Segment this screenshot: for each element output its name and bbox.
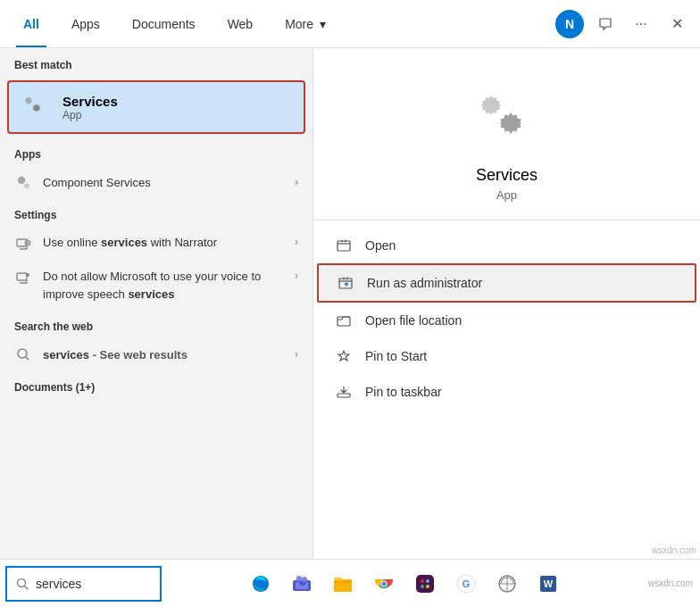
left-panel: Best match Services	[0, 48, 312, 559]
main-layout: Best match Services	[0, 48, 700, 559]
svg-line-17	[25, 586, 29, 589]
pin-start-label: Pin to Start	[365, 349, 427, 363]
services-icon	[20, 91, 52, 123]
close-icon[interactable]: ✕	[662, 10, 691, 38]
taskbar-files-icon[interactable]	[325, 566, 361, 602]
svg-point-29	[421, 579, 424, 583]
component-services-icon	[14, 173, 32, 191]
svg-line-9	[26, 357, 29, 361]
tab-web[interactable]: Web	[213, 0, 268, 47]
taskbar-word-icon[interactable]: W	[530, 566, 566, 602]
watermark: wsxdn.com	[652, 545, 696, 555]
svg-rect-28	[416, 575, 434, 593]
action-pin-to-start[interactable]: Pin to Start	[313, 338, 700, 374]
taskbar-google-icon[interactable]: G	[448, 566, 484, 602]
svg-rect-12	[338, 241, 350, 251]
svg-point-7	[26, 273, 29, 277]
action-run-as-admin[interactable]: Run as administrator	[317, 263, 696, 303]
app-name: Services	[476, 166, 538, 185]
best-match-label: Best match	[0, 48, 312, 77]
taskbar-teams-icon[interactable]	[284, 566, 320, 602]
component-services-label: Component Services	[43, 176, 284, 189]
settings-narrator-text: Use online services with Narrator	[43, 234, 284, 252]
svg-rect-14	[338, 317, 350, 326]
apps-label: Apps	[0, 137, 312, 166]
action-pin-to-taskbar[interactable]: Pin to taskbar	[313, 374, 700, 410]
pin-start-icon	[335, 347, 353, 365]
pin-taskbar-icon	[335, 383, 353, 401]
search-box[interactable]	[5, 566, 162, 602]
narrator-settings-icon	[14, 236, 32, 254]
svg-point-27	[382, 581, 387, 586]
svg-point-30	[426, 579, 429, 583]
search-web-icon	[14, 345, 32, 363]
app-type: App	[496, 188, 517, 202]
taskbar-edge-icon[interactable]	[243, 566, 279, 602]
chevron-right-icon-3: ›	[295, 270, 298, 282]
svg-rect-15	[338, 394, 350, 397]
chevron-right-icon: ›	[295, 176, 298, 188]
search-input[interactable]	[36, 577, 151, 591]
taskbar: G W wsxdn.com	[0, 559, 700, 607]
file-location-icon	[335, 312, 353, 329]
documents-label: Documents (1+)	[0, 370, 312, 399]
actions-list: Open Run as administrator	[313, 220, 700, 417]
taskbar-icons: G W	[163, 566, 646, 602]
pin-taskbar-label: Pin to taskbar	[365, 385, 442, 399]
tab-more[interactable]: More ▾	[271, 0, 340, 47]
app-large-icon	[471, 84, 543, 155]
tab-documents[interactable]: Documents	[118, 0, 210, 47]
settings-item-speech[interactable]: Do not allow Microsoft to use your voice…	[0, 261, 312, 310]
chevron-right-icon-2: ›	[295, 236, 298, 248]
action-open[interactable]: Open	[313, 228, 700, 263]
web-search-item[interactable]: services - See web results ›	[0, 338, 312, 370]
watermark-text: wsxdn.com	[648, 578, 693, 588]
right-panel: Services App Open	[312, 48, 700, 559]
svg-rect-22	[334, 579, 352, 592]
settings-label: Settings	[0, 198, 312, 227]
best-match-subtitle: App	[62, 109, 118, 121]
user-avatar[interactable]: N	[555, 10, 584, 38]
svg-rect-23	[334, 578, 342, 581]
taskbar-remote-icon[interactable]	[489, 566, 525, 602]
tab-apps[interactable]: Apps	[57, 0, 114, 47]
open-icon	[335, 237, 353, 254]
svg-rect-6	[17, 273, 27, 280]
taskbar-chrome-icon[interactable]	[366, 566, 402, 602]
web-search-label: Search the web	[0, 310, 312, 338]
app-info: Services App	[313, 48, 700, 220]
svg-point-31	[421, 585, 424, 588]
svg-text:G: G	[462, 578, 471, 589]
settings-speech-text: Do not allow Microsoft to use your voice…	[43, 268, 284, 303]
chevron-right-icon-4: ›	[295, 348, 298, 361]
svg-point-20	[296, 576, 302, 581]
best-match-title: Services	[62, 94, 118, 109]
svg-point-19	[302, 577, 307, 582]
best-match-services[interactable]: Services App	[7, 80, 305, 134]
taskbar-right: wsxdn.com	[648, 578, 700, 588]
action-open-file-location[interactable]: Open file location	[313, 303, 700, 338]
web-search-text: services - See web results	[43, 348, 284, 362]
feedback-icon[interactable]	[591, 10, 620, 38]
chevron-down-icon: ▾	[320, 17, 326, 31]
run-as-admin-label: Run as administrator	[367, 276, 482, 290]
search-icon	[16, 578, 29, 590]
speech-settings-icon	[14, 270, 32, 287]
settings-item-narrator[interactable]: Use online services with Narrator ›	[0, 227, 312, 261]
svg-text:W: W	[544, 578, 554, 589]
tab-all[interactable]: All	[9, 0, 54, 47]
open-label: Open	[365, 238, 396, 253]
more-options-icon[interactable]: ···	[627, 10, 655, 38]
nav-bar: All Apps Documents Web More ▾ N ··· ✕	[0, 0, 700, 48]
svg-point-32	[426, 585, 429, 588]
taskbar-slack-icon[interactable]	[407, 566, 443, 602]
list-item-component-services[interactable]: Component Services ›	[0, 166, 312, 198]
file-location-label: Open file location	[365, 313, 462, 328]
run-as-admin-icon	[337, 274, 354, 292]
best-match-text: Services App	[62, 94, 118, 121]
